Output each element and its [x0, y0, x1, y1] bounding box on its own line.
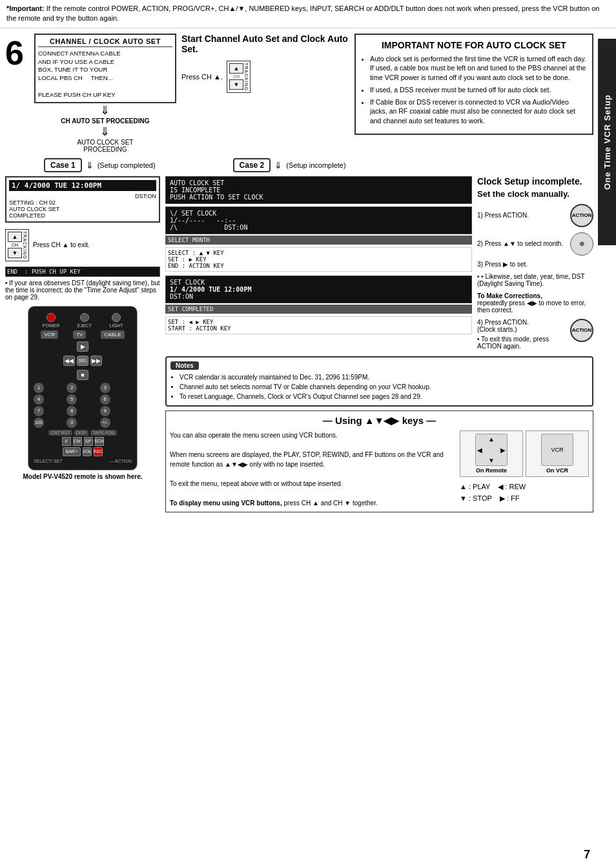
step-number: 6	[5, 36, 24, 70]
tape-pos-btn[interactable]: TAPE POS	[90, 430, 117, 436]
dpad-visual: ⊕	[570, 232, 593, 256]
set-key: SET : ▶ KEY	[168, 256, 469, 263]
dpad-left: ◀	[477, 446, 482, 453]
ch-up-btn[interactable]: ▲	[229, 63, 243, 74]
dst-note: • If your area observes DST (daylight sa…	[5, 279, 160, 301]
on-remote-label: On Remote	[463, 467, 520, 474]
press-ch-up: Press CH ▲.	[181, 73, 223, 81]
eject-btn[interactable]	[80, 313, 89, 322]
light-btn[interactable]	[112, 313, 121, 322]
arrow-down-2: ⇓	[34, 126, 176, 137]
remote-dpad-icon: ▲ ▼ ◀ ▶	[475, 434, 508, 466]
rec-btn[interactable]: REC	[94, 447, 103, 456]
important-note-list: Auto clock set is performed the first ti…	[361, 54, 587, 126]
pause-btn[interactable]: II	[62, 437, 71, 446]
btn-100[interactable]: 100	[34, 418, 44, 428]
key-guide-2: SET : ◀ ▶ KEY START : ACTION KEY	[165, 316, 472, 334]
step3-text: 3) Press ▶ to set.	[477, 261, 593, 268]
ch-down-btn[interactable]: ▼	[229, 79, 243, 90]
key-guide-1: SELECT : ▲ ▼ KEY SET : ▶ KEY END : ACTIO…	[165, 247, 472, 272]
select-btn[interactable]: SEL	[77, 356, 88, 366]
ch-down-btn-2[interactable]: ▼	[8, 248, 22, 258]
set-clock-screen-2: SET CLOCK 1/ 4/2000 TUE 12:00PM DST:ON	[165, 276, 472, 303]
btn-7[interactable]: 7	[34, 406, 44, 416]
set-manually-title: Set the clock manually.	[477, 189, 593, 199]
cm-skip-btn[interactable]: CM	[73, 437, 82, 446]
search-btn[interactable]: SCH	[95, 437, 104, 446]
bottom-right: AUTO CLOCK SET IS INCOMPLETE PUSH ACTION…	[165, 176, 593, 512]
vcr-controls-icon: VCR	[541, 434, 573, 466]
using-keys-text: You can also operate the menu screen usi…	[170, 430, 455, 508]
corrections-note: To Make Corrections, repeatedly press ◀▶…	[477, 292, 593, 314]
note-item-1: Auto clock set is performed the first ti…	[370, 54, 587, 83]
select-key: SELECT : ▲ ▼ KEY	[168, 250, 469, 256]
end-key: END : ACTION KEY	[168, 263, 469, 269]
important-note-title: IMPORTANT NOTE FOR AUTO CLOCK SET	[361, 40, 587, 50]
notes-list: VCR calendar is accurately maintained to…	[170, 372, 588, 401]
btn-6[interactable]: 6	[100, 394, 110, 405]
key-b-rew: ◀ : REW	[498, 483, 526, 490]
on-vcr-box: VCR On VCR	[526, 430, 589, 477]
btn-2[interactable]: 2	[67, 383, 77, 393]
stop-btn[interactable]: ■	[77, 370, 88, 380]
case2-text: (Setup incomplete)	[286, 161, 345, 169]
display-btn[interactable]: DISP	[74, 430, 88, 436]
note-3: To reset Language, Channels, Clock or VC…	[180, 392, 588, 401]
right-column: IMPORTANT NOTE FOR AUTO CLOCK SET Auto c…	[354, 34, 593, 154]
set-clock-screen2-time: 1/ 4/2000 TUE 12:00PM	[170, 286, 467, 293]
ch-up-btn-2[interactable]: ▲	[8, 232, 22, 242]
action-btn-4[interactable]: ACTION	[570, 319, 593, 342]
power-btn[interactable]	[46, 313, 56, 322]
action-btn-1[interactable]: ACTION	[570, 204, 593, 227]
btn-adddlt[interactable]: +/-	[100, 418, 110, 428]
warning-text: If the remote control POWER, ACTION, PRO…	[6, 5, 599, 22]
clock1-dst: DST:ON	[9, 193, 156, 199]
press-ch-exit: Press CH ▲ to exit.	[33, 241, 90, 248]
btn-0[interactable]: 0	[67, 418, 77, 428]
vcr-btn[interactable]: VCR	[41, 330, 58, 339]
using-keys-title: — Using ▲▼◀▶ keys —	[170, 415, 589, 427]
using-keys-section: — Using ▲▼◀▶ keys — You can also operate…	[165, 410, 593, 512]
step4-col: 4) Press ACTION. (Clock starts.) • To ex…	[477, 319, 566, 350]
btn-9[interactable]: 9	[100, 406, 110, 416]
speed-btn[interactable]: SP	[84, 437, 93, 446]
select-set-label-remote: SELECT/ SET	[34, 459, 63, 463]
set-clock-screen2-line1: SET CLOCK	[170, 279, 467, 286]
rew-btn[interactable]: ◀◀	[63, 356, 75, 366]
select-month-box: SELECT MONTH	[165, 236, 472, 245]
bar-plus-btn[interactable]: BAR+	[63, 447, 81, 456]
case1-label: Case 1	[44, 158, 82, 172]
set-clock-line3: /\ DST:ON	[170, 224, 467, 231]
counter-reset-btn[interactable]: CNT RST	[48, 430, 72, 436]
tv-btn[interactable]: TV	[73, 330, 86, 339]
btn-4[interactable]: 4	[34, 394, 44, 405]
power-label: POWER	[43, 323, 59, 328]
using-keys-p3: To exit the menu, repeat above with or w…	[170, 479, 455, 489]
ch-label: CH	[229, 74, 244, 79]
btn-8[interactable]: 8	[67, 406, 77, 416]
arrow-down-1: ⇓	[34, 105, 176, 116]
set-clock-screen-1: \/ SET CLOCK 1/--/---- --:-- /\ DST:ON	[165, 207, 472, 234]
ff-btn[interactable]: ▶▶	[90, 356, 102, 366]
cable-btn[interactable]: CABLE	[101, 330, 124, 339]
note-2: Channel auto set selects normal TV or Ca…	[180, 382, 588, 392]
play-btn[interactable]: ▶	[77, 341, 88, 352]
vol-btn[interactable]: VOL	[83, 447, 92, 456]
btn-3[interactable]: 3	[100, 383, 110, 393]
clock1-auto: AUTO CLOCK SET	[9, 206, 156, 212]
clock1-completed: COMPLETED	[9, 212, 156, 219]
case2-label: Case 2	[233, 158, 271, 172]
case2-mid: AUTO CLOCK SET IS INCOMPLETE PUSH ACTION…	[165, 176, 472, 352]
channel-clock-title: CHANNEL / CLOCK AUTO SET	[38, 37, 172, 47]
btn-1[interactable]: 1	[34, 383, 44, 393]
remote-vcr-row: ▲ ▼ ◀ ▶ On Remote VCR	[460, 430, 589, 477]
key-d-ff: ▶ : FF	[500, 494, 520, 502]
notes-box: Notes VCR calendar is accurately maintai…	[165, 356, 593, 407]
set-clock-screen2-dst: DST:ON	[170, 293, 467, 300]
clock-steps-right: Clock Setup incomplete. Set the clock ma…	[477, 176, 593, 352]
remote-visual: POWER EJECT LIGHT VCR TV	[28, 306, 138, 470]
clock1-setting: SETTING : CH 02	[9, 199, 156, 206]
btn-5[interactable]: 5	[67, 394, 77, 405]
set-clock-line1: \/ SET CLOCK	[170, 210, 467, 217]
clock-setup-title: Clock Setup incomplete.	[477, 176, 593, 187]
